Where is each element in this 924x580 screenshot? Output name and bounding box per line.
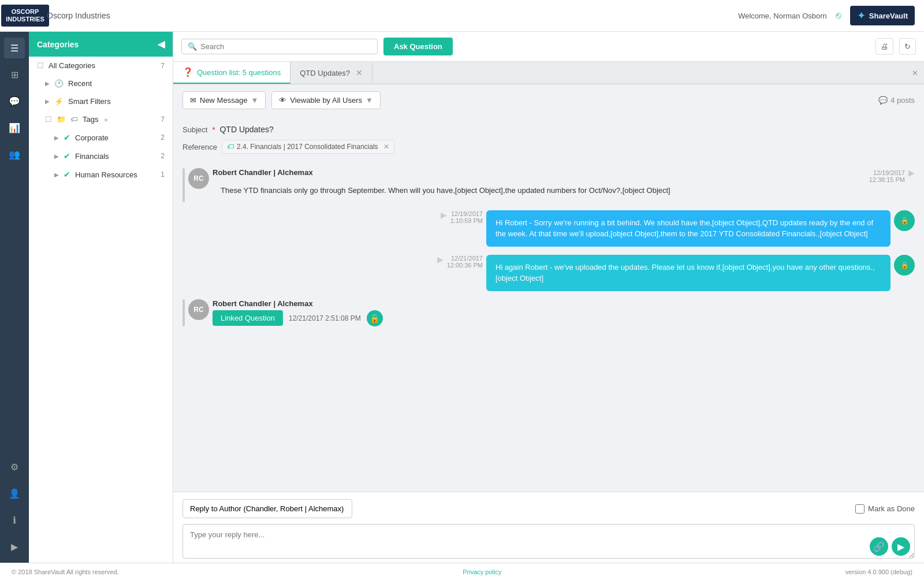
reference-row: Reference 🏷 2.4. Financials | 2017 Conso… (182, 140, 915, 154)
refresh-button[interactable]: ↻ (899, 38, 916, 55)
expand-icon-2[interactable]: ▶ (441, 210, 447, 220)
footer: © 2018 ShareVault All rights reserved. P… (0, 563, 924, 580)
message-item-2: ▶ 12/19/2017 1:10:59 PM Hi Robert - Sorr… (182, 210, 915, 247)
corporate-check-icon: ✔ (64, 133, 70, 142)
logout-icon[interactable]: ⎋ (836, 10, 841, 21)
sidebar-item-menu[interactable]: ☰ (4, 38, 25, 58)
sidebar-item-recent[interactable]: ▶ 🕐 Recent (29, 75, 173, 92)
reference-remove-icon[interactable]: ✕ (383, 143, 389, 151)
message-header-bar: ✉ New Message ▼ 👁 Viewable by All Users … (173, 84, 924, 117)
search-icon: 🔍 (188, 42, 197, 51)
top-bar: OSCORPINDUSTRIES Oscorp Industries Welco… (0, 0, 924, 32)
tags-label: Tags (83, 115, 98, 124)
sidebar-item-info[interactable]: ℹ (4, 510, 25, 530)
privacy-link[interactable]: Privacy policy (463, 568, 501, 575)
tags-checkbox-icon: ☐ (45, 115, 52, 124)
viewable-icon: 👁 (279, 96, 286, 105)
linked-question-button[interactable]: Linked Question (213, 310, 283, 326)
subject-asterisk: * (212, 125, 215, 134)
sidebar-item-expand[interactable]: ▶ (4, 536, 25, 557)
posts-count: 💬 4 posts (878, 96, 915, 105)
smart-filters-label: Smart Filters (68, 97, 111, 106)
sidebar-item-smart-filters[interactable]: ▶ ⚡ Smart Filters (29, 92, 173, 110)
hr-count: 1 (161, 170, 165, 179)
avatar-3: 🔒 (894, 255, 915, 276)
new-message-icon: ✉ (190, 96, 196, 105)
print-button[interactable]: 🖨 (875, 38, 893, 55)
sidebar-item-all-categories[interactable]: ☐ All Categories 7 (29, 57, 173, 75)
tags-arrow-icon: » (104, 116, 107, 123)
sidebar-item-tags[interactable]: ☐ 📁 🏷 Tags » 7 (29, 110, 173, 128)
hr-check-icon: ✔ (64, 170, 70, 179)
attach-button[interactable]: 🔗 (870, 537, 888, 556)
sidebar-item-financials[interactable]: ▶ ✔ Financials 2 (29, 147, 173, 165)
sidebar-header: Categories ◀ (29, 32, 173, 57)
sharevault-logo[interactable]: ✦ ShareVault (850, 6, 915, 25)
tab-close-panel-button[interactable]: ✕ (906, 65, 924, 81)
sidebar-item-users[interactable]: 👥 (4, 144, 25, 165)
far-left-nav: ☰ ⊞ 💬 📊 👥 ⚙ 👤 ℹ ▶ (0, 32, 29, 563)
sidebar-item-grid[interactable]: ⊞ (4, 64, 25, 85)
company-name: Oscorp Industries (47, 11, 110, 20)
viewable-button[interactable]: 👁 Viewable by All Users ▼ (271, 91, 381, 109)
avatar-1: RC (188, 168, 209, 189)
search-box[interactable]: 🔍 (181, 39, 378, 54)
bubble-2: Hi Robert - Sorry we're running a bit be… (486, 210, 891, 247)
smart-filters-icon: ⚡ (54, 97, 64, 106)
timestamp-1: 12/19/2017 12:38:15 PM (869, 168, 905, 183)
bubble-1: These YTD financials only go through Sep… (213, 179, 866, 202)
sidebar-item-chat[interactable]: 💬 (4, 91, 25, 111)
corporate-count: 2 (161, 133, 165, 142)
financials-expand-icon: ▶ (54, 153, 59, 159)
sidebar-item-settings[interactable]: ⚙ (4, 456, 25, 477)
ask-question-button[interactable]: Ask Question (383, 38, 453, 55)
question-list-tab-icon: ❓ (182, 67, 193, 77)
tab-qtd-updates[interactable]: QTD Updates? ✕ (290, 63, 372, 83)
recent-clock-icon: 🕐 (54, 79, 64, 88)
mark-done-row: Mark as Done (855, 504, 915, 514)
content-panel: ✉ New Message ▼ 👁 Viewable by All Users … (173, 84, 924, 563)
all-categories-count: 7 (161, 62, 165, 70)
sidebar-collapse-button[interactable]: ◀ (158, 39, 165, 50)
sidebar-item-human-resources[interactable]: ▶ ✔ Human Resources 1 (29, 165, 173, 184)
new-message-label: New Message (200, 96, 247, 105)
message-scroll-area[interactable]: RC Robert Chandler | Alchemax These YTD … (173, 162, 924, 492)
send-button[interactable]: ▶ (892, 537, 910, 556)
sidebar-item-person[interactable]: 👤 (4, 483, 25, 504)
message-content-4: Robert Chandler | Alchemax Linked Questi… (213, 299, 915, 326)
hr-label: Human Resources (75, 170, 137, 179)
timestamp-area-3: 12/21/2017 12:00:36 PM (447, 255, 483, 269)
sidebar-title: Categories (37, 40, 79, 49)
tags-count: 7 (161, 116, 165, 124)
tab-question-list[interactable]: ❓ Question list: 5 questions (173, 62, 290, 84)
logo-box: OSCORPINDUSTRIES (9, 3, 41, 29)
message-item-1: RC Robert Chandler | Alchemax These YTD … (182, 168, 915, 202)
content-toolbar: 🔍 Ask Question 🖨 ↻ (173, 32, 924, 62)
tab-close-icon[interactable]: ✕ (356, 68, 363, 77)
recent-expand-icon: ▶ (45, 80, 50, 87)
subject-row: Subject * QTD Updates? (182, 125, 915, 134)
sharevault-logo-text: ShareVault (869, 12, 908, 20)
expand-icon-1[interactable]: ▶ (908, 168, 915, 177)
all-categories-checkbox-icon: ☐ (37, 61, 44, 70)
corporate-expand-icon: ▶ (54, 135, 59, 141)
new-message-arrow-icon: ▼ (251, 96, 258, 105)
new-message-button[interactable]: ✉ New Message ▼ (182, 91, 266, 109)
copyright-text: © 2018 ShareVault All rights reserved. (12, 568, 119, 575)
panel-close-icon[interactable]: ✕ (912, 69, 918, 77)
subject-area: Subject * QTD Updates? Reference 🏷 2.4. … (173, 117, 924, 162)
expand-icon-3[interactable]: ▶ (437, 255, 444, 264)
reply-to-select[interactable]: Reply to Author (Chandler, Robert | Alch… (182, 499, 352, 518)
sidebar-item-corporate[interactable]: ▶ ✔ Corporate 2 (29, 128, 173, 147)
mark-done-checkbox[interactable] (855, 504, 865, 514)
timestamp-area-2: 12/19/2017 1:10:59 PM (450, 210, 483, 224)
logo-area: OSCORPINDUSTRIES Oscorp Industries (9, 3, 110, 29)
sidebar-item-chart[interactable]: 📊 (4, 117, 25, 138)
tabs-bar: ❓ Question list: 5 questions QTD Updates… (173, 62, 924, 84)
reply-text-wrapper: 🔗 ▶ (182, 524, 915, 556)
search-input[interactable] (200, 42, 371, 51)
recent-label: Recent (68, 79, 92, 88)
welcome-text: Welcome, Norman Osborn (738, 12, 827, 20)
reference-tag-text: 2.4. Financials | 2017 Consolidated Fina… (237, 143, 378, 151)
linked-question-row: Linked Question 12/21/2017 2:51:08 PM 🔒 (213, 310, 915, 326)
